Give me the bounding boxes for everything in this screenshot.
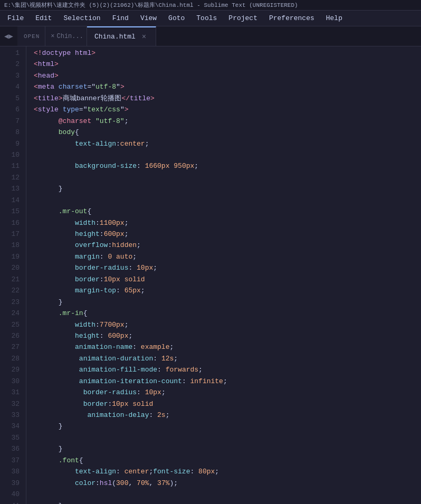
menu-view[interactable]: View — [135, 12, 162, 24]
code-line-32: border:10px solid — [26, 398, 421, 410]
sidebar-filename: Chin... — [56, 33, 83, 40]
line-num-19: 19 — [0, 251, 26, 262]
code-line-35 — [26, 432, 421, 443]
line-num-11: 11 — [0, 160, 26, 172]
code-line-34: } — [26, 421, 421, 432]
code-line-29: animation-fill-mode: forwards; — [26, 364, 421, 375]
line-num-35: 35 — [0, 432, 26, 443]
menu-preferences[interactable]: Preferences — [264, 12, 320, 24]
code-line-41: } — [26, 500, 421, 505]
line-num-38: 38 — [0, 466, 26, 477]
code-line-33: animation-delay: 2s; — [26, 410, 421, 421]
code-line-9: text-align:center; — [26, 138, 421, 149]
line-num-29: 29 — [0, 364, 26, 375]
menu-goto[interactable]: Goto — [163, 12, 190, 24]
line-numbers: 1 2 3 4 5 6 7 8 9 10 11 12 13 14 15 16 1… — [0, 46, 26, 504]
code-line-6: <style type="text/css"> — [26, 104, 421, 115]
code-line-3: <head> — [26, 70, 421, 81]
code-line-16: width:1100px; — [26, 217, 421, 229]
code-line-14 — [26, 195, 421, 206]
menu-edit[interactable]: Edit — [30, 12, 57, 24]
line-num-41: 41 — [0, 500, 26, 505]
title-bar: E:\集团\视频材料\速建文件夹 (5)(2)(21062)\标题库\China… — [0, 0, 421, 11]
line-num-23: 23 — [0, 297, 26, 308]
line-num-16: 16 — [0, 217, 26, 229]
tab-bar: ◀ ▶ OPEN × Chin... China.html × — [0, 26, 421, 46]
sidebar-toggle[interactable]: ◀ ▶ — [0, 26, 17, 46]
code-line-40 — [26, 489, 421, 500]
code-line-20: border-radius: 10px; — [26, 262, 421, 273]
line-num-31: 31 — [0, 387, 26, 398]
line-num-2: 2 — [0, 59, 26, 70]
sidebar-current-file[interactable]: × Chin... — [45, 26, 87, 46]
line-num-17: 17 — [0, 229, 26, 240]
line-num-33: 33 — [0, 410, 26, 421]
line-num-36: 36 — [0, 443, 26, 454]
code-line-19: margin: 0 auto; — [26, 251, 421, 262]
line-num-28: 28 — [0, 353, 26, 364]
code-line-31: border-radius: 10px; — [26, 387, 421, 398]
line-num-9: 9 — [0, 138, 26, 149]
line-num-1: 1 — [0, 47, 26, 59]
arrow-right-icon: ▶ — [8, 32, 13, 41]
line-num-14: 14 — [0, 195, 26, 206]
line-num-32: 32 — [0, 398, 26, 410]
menu-file[interactable]: File — [2, 12, 29, 24]
line-num-27: 27 — [0, 341, 26, 353]
line-num-40: 40 — [0, 489, 26, 500]
code-area[interactable]: <!doctype html> <html> <head> <meta char… — [26, 46, 421, 504]
menu-find[interactable]: Find — [107, 12, 134, 24]
line-num-5: 5 — [0, 93, 26, 104]
tab-china-html[interactable]: China.html × — [87, 26, 156, 46]
line-num-4: 4 — [0, 81, 26, 92]
code-line-38: text-align: center;font-size: 80px; — [26, 466, 421, 477]
code-line-7: @charset "utf-8"; — [26, 116, 421, 127]
tab-close-button[interactable]: × — [140, 33, 148, 41]
line-num-20: 20 — [0, 262, 26, 273]
code-line-26: height: 600px; — [26, 330, 421, 341]
line-num-25: 25 — [0, 319, 26, 330]
line-num-21: 21 — [0, 274, 26, 285]
code-line-36: } — [26, 443, 421, 454]
menu-project[interactable]: Project — [223, 12, 263, 24]
line-num-7: 7 — [0, 116, 26, 127]
sidebar-close-icon[interactable]: × — [51, 33, 54, 40]
code-line-11: background-size: 1660px 950px; — [26, 160, 421, 172]
sidebar-item-open: OPEN — [17, 26, 45, 46]
tab-filename: China.html — [94, 33, 136, 41]
menu-help[interactable]: Help — [321, 12, 348, 24]
line-num-18: 18 — [0, 240, 26, 251]
arrow-left-icon: ◀ — [4, 32, 8, 41]
code-line-4: <meta charset="utf-8"> — [26, 81, 421, 92]
line-num-6: 6 — [0, 104, 26, 115]
code-line-28: animation-duration: 12s; — [26, 353, 421, 364]
line-num-10: 10 — [0, 149, 26, 160]
line-num-39: 39 — [0, 478, 26, 489]
code-line-12 — [26, 172, 421, 183]
code-line-15: .mr-out{ — [26, 206, 421, 217]
code-line-18: overflow:hidden; — [26, 240, 421, 251]
line-num-24: 24 — [0, 308, 26, 319]
code-line-1: <!doctype html> — [26, 47, 421, 59]
code-line-10 — [26, 149, 421, 160]
line-num-22: 22 — [0, 285, 26, 296]
menu-tools[interactable]: Tools — [191, 12, 222, 24]
line-num-34: 34 — [0, 421, 26, 432]
code-line-37: .font{ — [26, 455, 421, 466]
line-num-8: 8 — [0, 127, 26, 138]
line-num-13: 13 — [0, 183, 26, 194]
code-line-39: color:hsl(300, 70%, 37%); — [26, 478, 421, 489]
line-num-30: 30 — [0, 376, 26, 387]
code-line-2: <html> — [26, 59, 421, 70]
open-label: OPEN — [23, 33, 42, 40]
menu-selection[interactable]: Selection — [58, 12, 106, 24]
line-num-12: 12 — [0, 172, 26, 183]
line-num-26: 26 — [0, 330, 26, 341]
code-line-17: height:600px; — [26, 229, 421, 240]
code-line-23: } — [26, 297, 421, 308]
code-line-27: animation-name: example; — [26, 341, 421, 353]
code-line-24: .mr-in{ — [26, 308, 421, 319]
title-text: E:\集团\视频材料\速建文件夹 (5)(2)(21062)\标题库\China… — [4, 1, 298, 9]
code-line-22: margin-top: 65px; — [26, 285, 421, 296]
code-line-5: <title>商城banner轮播图</title> — [26, 93, 421, 104]
